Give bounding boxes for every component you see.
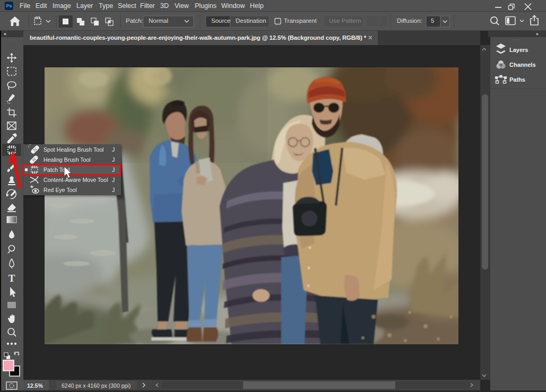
svg-text:T: T xyxy=(8,273,15,284)
